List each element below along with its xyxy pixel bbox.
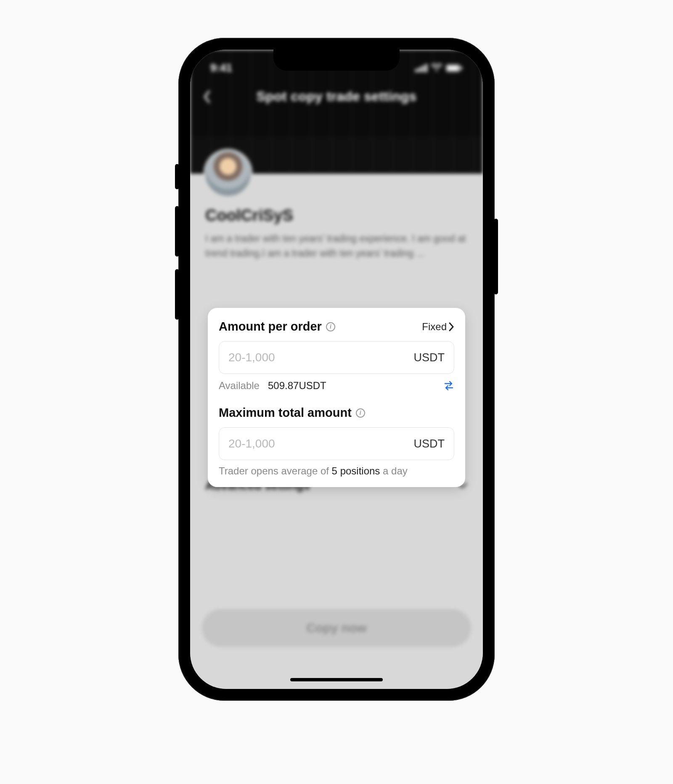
svg-rect-1 bbox=[448, 66, 459, 70]
status-time: 9:41 bbox=[210, 61, 232, 74]
svg-rect-2 bbox=[461, 66, 462, 69]
phone-side-button bbox=[494, 219, 498, 294]
available-balance: Available 509.87USDT bbox=[219, 380, 326, 392]
positions-hint: Trader opens average of 5 positions a da… bbox=[219, 465, 454, 477]
trader-avatar[interactable] bbox=[205, 151, 251, 196]
trader-bio: I am a trader with ten years' trading ex… bbox=[205, 231, 468, 260]
available-label: Available bbox=[219, 380, 260, 391]
page-header: Spot copy trade settings bbox=[190, 89, 483, 104]
amount-per-order-title: Amount per order i bbox=[219, 320, 335, 334]
amount-mode-selector[interactable]: Fixed bbox=[422, 321, 454, 333]
transfer-icon[interactable] bbox=[443, 381, 454, 390]
max-total-title-text: Maximum total amount bbox=[219, 406, 352, 420]
phone-notch bbox=[273, 50, 400, 71]
amount-mode-label: Fixed bbox=[422, 321, 447, 333]
phone-side-button bbox=[175, 206, 179, 257]
phone-frame: 9:41 bbox=[178, 38, 495, 701]
phone-screen: 9:41 bbox=[190, 50, 483, 689]
amount-per-order-unit: USDT bbox=[414, 351, 445, 364]
copy-now-button[interactable]: Copy now bbox=[202, 609, 471, 647]
phone-side-button bbox=[175, 269, 179, 320]
amount-per-order-field[interactable]: USDT bbox=[219, 341, 454, 374]
battery-icon bbox=[446, 64, 463, 72]
canvas: 9:41 bbox=[0, 0, 673, 784]
phone-side-button bbox=[175, 164, 179, 189]
positions-hint-post: a day bbox=[380, 465, 407, 477]
max-total-unit: USDT bbox=[414, 437, 445, 450]
max-total-title: Maximum total amount i bbox=[219, 406, 365, 420]
page-title: Spot copy trade settings bbox=[257, 89, 417, 104]
amount-per-order-title-text: Amount per order bbox=[219, 320, 322, 334]
available-value: 509.87USDT bbox=[268, 380, 326, 391]
cta-wrap: Copy now bbox=[202, 609, 471, 647]
max-total-field[interactable]: USDT bbox=[219, 427, 454, 460]
positions-hint-em: 5 positions bbox=[332, 465, 380, 477]
copy-now-label: Copy now bbox=[306, 621, 366, 635]
info-icon[interactable]: i bbox=[356, 408, 365, 418]
amount-per-order-input[interactable] bbox=[228, 351, 414, 364]
max-total-input[interactable] bbox=[228, 437, 414, 450]
cellular-icon bbox=[415, 64, 427, 72]
positions-hint-pre: Trader opens average of bbox=[219, 465, 332, 477]
amount-settings-card: Amount per order i Fixed USDT bbox=[208, 308, 465, 487]
chevron-right-icon bbox=[448, 322, 454, 331]
back-button[interactable] bbox=[203, 90, 211, 103]
info-icon[interactable]: i bbox=[326, 322, 335, 331]
home-indicator[interactable] bbox=[290, 678, 383, 681]
wifi-icon bbox=[431, 64, 442, 73]
